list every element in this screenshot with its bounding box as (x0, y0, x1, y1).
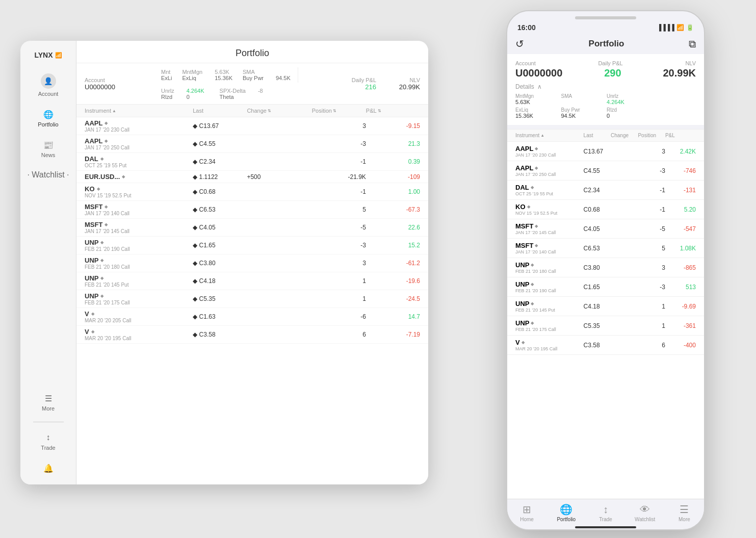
inst-name: DAL ◆ (85, 155, 193, 163)
mobile-table-row[interactable]: AAPL ◆ JAN 17 '20 250 Call C4.55 -3 -746 (507, 161, 704, 181)
mobile-tab-portfolio[interactable]: 🌐 Portfolio (546, 503, 586, 522)
mntmgn-val: 5.63K (515, 99, 559, 105)
mobile-tab-trade[interactable]: ↕ Trade (586, 504, 625, 522)
sma-label: SMA (243, 69, 264, 75)
sidebar-item-trade[interactable]: ↕ Trade (20, 426, 76, 457)
mobile-table-row[interactable]: UNP ◆ FEB 21 '20 180 Call C3.80 3 -865 (507, 258, 704, 277)
table-row[interactable]: AAPL ◆ JAN 17 '20 230 Call ◆ C13.67 3 -9… (76, 117, 428, 135)
instrument-cell: UNP ◆ FEB 21 '20 175 Call (85, 292, 193, 305)
mobile-table-row[interactable]: MSFT ◆ JAN 17 '20 145 Call C4.05 -5 -547 (507, 219, 704, 239)
mobile-inst-sub: MAR 20 '20 195 Call (515, 346, 584, 351)
inst-sub: JAN 17 '20 140 Call (85, 211, 193, 216)
last-val: ◆ C2.34 (193, 158, 247, 165)
mobile-inst-name: KO ◆ (515, 203, 584, 211)
mobile-table-row[interactable]: AAPL ◆ JAN 17 '20 230 Call C13.67 3 2.42… (507, 142, 704, 161)
mntmgn-label: MntMgn (515, 93, 559, 99)
table-row[interactable]: V ◆ MAR 20 '20 205 Call ◆ C1.63 -6 14.7 (76, 308, 428, 326)
mobile-tab-home[interactable]: ⊞ Home (507, 503, 546, 522)
mobile-table-row[interactable]: UNP ◆ FEB 21 '20 175 Call C5.35 1 -361 (507, 316, 704, 336)
mobile-table-row[interactable]: UNP ◆ FEB 21 '20 145 Put C4.18 1 -9.69 (507, 297, 704, 316)
table-row[interactable]: UNP ◆ FEB 21 '20 145 Put ◆ C4.18 1 -19.6 (76, 272, 428, 290)
mobile-last-val: C6.53 (584, 245, 611, 252)
mobile-nlv-label: NLV (685, 60, 696, 66)
mobile-pnl-val: 2.42K (665, 148, 696, 155)
table-row[interactable]: MSFT ◆ JAN 17 '20 145 Call ◆ C4.05 -5 22… (76, 219, 428, 237)
account-label: Account (85, 77, 146, 83)
mobile-inst-cell: KO ◆ NOV 15 '19 52.5 Put (515, 203, 584, 216)
inst-sub: JAN 17 '20 145 Call (85, 228, 193, 234)
sidebar-item-alerts[interactable]: 🔔 (20, 457, 76, 479)
home-tab-icon: ⊞ (523, 503, 531, 516)
eye-icon: · Watchlist · (27, 170, 69, 180)
watchlist-tab-icon: 👁 (640, 504, 650, 516)
last-val: ◆ C1.63 (193, 313, 247, 320)
pos-val: 3 (312, 122, 366, 130)
pos-val: 1 (312, 277, 366, 285)
mobile-last-val: C3.58 (584, 342, 611, 349)
sidebar-item-more[interactable]: ☰ More (20, 387, 76, 418)
mobile-pnl-val: -361 (665, 322, 696, 329)
mobile-inst-cell: UNP ◆ FEB 21 '20 145 Put (515, 300, 584, 313)
sidebar-item-account[interactable]: 👤 Account (20, 67, 76, 103)
inst-name: AAPL ◆ (85, 137, 193, 145)
mobile-pos-val: 5 (638, 245, 665, 252)
pnl-val: -9.15 (366, 122, 420, 130)
mobile-acc-label: Account (515, 60, 536, 66)
table-row[interactable]: EUR.USD... ◆ ◆ 1.1122 +500 -21.9K -109 (76, 171, 428, 183)
mobile-table-row[interactable]: KO ◆ NOV 15 '19 52.5 Put C0.68 -1 5.20 (507, 200, 704, 219)
mobile-last-val: C3.80 (584, 264, 611, 271)
home-tab-label: Home (520, 517, 534, 522)
pnl-val: -61.2 (366, 260, 420, 267)
mobile-last-val: C4.05 (584, 225, 611, 233)
main-content: Portfolio Account U0000000 Mnt ExLi MntM… (76, 41, 428, 484)
last-val: ◆ C1.65 (193, 242, 247, 249)
inst-name: UNP ◆ (85, 257, 193, 264)
last-val: ◆ 1.1122 (193, 173, 247, 181)
mobile-inst-sub: FEB 21 '20 175 Call (515, 327, 584, 332)
table-row[interactable]: KO ◆ NOV 15 '19 52.5 Put ◆ C0.68 -1 1.00 (76, 183, 428, 201)
col-change: Change ⇅ (247, 108, 311, 114)
unrlz-label: Unrlz (161, 88, 174, 94)
pos-val: -3 (312, 242, 366, 249)
inst-sub: FEB 21 '20 145 Put (85, 282, 193, 288)
pos-val: -1 (312, 188, 366, 195)
table-row[interactable]: UNP ◆ FEB 21 '20 180 Call ◆ C3.80 3 -61.… (76, 254, 428, 272)
mobile-inst-sub: FEB 21 '20 190 Call (515, 288, 584, 293)
refresh-button[interactable]: ↺ (515, 38, 524, 50)
mobile-table-row[interactable]: V ◆ MAR 20 '20 195 Call C3.58 6 -400 (507, 336, 704, 355)
buypwr-label: Buy Pwr (243, 75, 264, 81)
inst-name: MSFT ◆ (85, 203, 193, 211)
mnt-label: Mnt (161, 69, 172, 75)
mobile-tab-watchlist[interactable]: 👁 Watchlist (625, 504, 665, 522)
table-row[interactable]: UNP ◆ FEB 21 '20 190 Call ◆ C1.65 -3 15.… (76, 237, 428, 254)
last-val: ◆ C3.58 (193, 331, 247, 338)
instrument-cell: AAPL ◆ JAN 17 '20 230 Call (85, 119, 193, 133)
mobile-table-row[interactable]: DAL ◆ OCT 25 '19 55 Put C2.34 -1 -131 (507, 181, 704, 200)
sidebar-item-news[interactable]: 📰 News (20, 134, 76, 164)
mobile-pnl-val: -547 (665, 225, 696, 233)
mobile-acc-id: U0000000 (515, 67, 562, 79)
mobile-pnl-val: 1.08K (665, 245, 696, 252)
mobile-pos-val: -1 (638, 187, 665, 194)
table-row[interactable]: AAPL ◆ JAN 17 '20 250 Call ◆ C4.55 -3 21… (76, 135, 428, 153)
change-val: +500 (247, 173, 311, 181)
mobile-tab-bar: ⊞ Home 🌐 Portfolio ↕ Trade 👁 Watchlist ☰… (507, 499, 704, 524)
logo: LYNX 📶 (34, 46, 62, 67)
last-val: ◆ C4.55 (193, 140, 247, 147)
inst-name: KO ◆ (85, 185, 193, 193)
table-row[interactable]: V ◆ MAR 20 '20 195 Call ◆ C3.58 6 -7.19 (76, 326, 428, 344)
table-row[interactable]: DAL ◆ OCT 25 '19 55 Put ◆ C2.34 -1 0.39 (76, 153, 428, 171)
wifi-icon: 📶 (676, 24, 684, 31)
inst-sub: NOV 15 '19 52.5 Put (85, 193, 193, 198)
pos-val: -5 (312, 224, 366, 231)
mobile-table-row[interactable]: MSFT ◆ JAN 17 '20 140 Call C6.53 5 1.08K (507, 239, 704, 258)
table-row[interactable]: MSFT ◆ JAN 17 '20 140 Call ◆ C6.53 5 -67… (76, 201, 428, 219)
table-row[interactable]: UNP ◆ FEB 21 '20 175 Call ◆ C5.35 1 -24.… (76, 290, 428, 308)
filter-button[interactable]: ⧉ (689, 38, 696, 50)
sidebar-item-watchlist[interactable]: · Watchlist · (20, 164, 76, 186)
sidebar-item-portfolio[interactable]: 🌐 Portfolio (20, 103, 76, 134)
mobile-table-row[interactable]: UNP ◆ FEB 21 '20 190 Call C1.65 -3 513 (507, 277, 704, 297)
mobile-inst-sub: JAN 17 '20 250 Call (515, 172, 584, 177)
mobile-tab-more[interactable]: ☰ More (665, 503, 704, 522)
watchlist-tab-label: Watchlist (635, 517, 655, 522)
